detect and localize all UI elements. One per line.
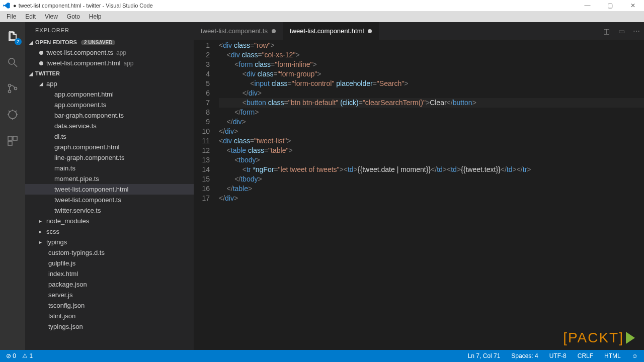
file-item[interactable]: main.ts: [25, 163, 194, 173]
file-item[interactable]: data.service.ts: [25, 121, 194, 131]
chevron-down-icon: ◢: [39, 81, 44, 86]
vscode-icon: [3, 2, 11, 10]
file-path: app: [116, 49, 126, 56]
project-label: TWITTER: [35, 70, 60, 76]
editor-area: tweet-list.component.tstweet-list.compon…: [194, 22, 644, 350]
modified-dot-icon: [272, 29, 276, 33]
file-item[interactable]: bar-graph.component.ts: [25, 110, 194, 121]
statusbar: ⊘ 0 ⚠ 1 Ln 7, Col 71 Spaces: 4 UTF-8 CRL…: [0, 350, 644, 362]
unsaved-badge: 2 UNSAVED: [81, 40, 116, 45]
open-editor-item[interactable]: tweet-list.component.tsapp: [25, 47, 194, 58]
main-area: 2 EXPLORER ◢ OPEN EDITORS 2 UNSAVED twee…: [0, 22, 644, 350]
code-editor[interactable]: 1234567891011121314151617 <div class="ro…: [194, 40, 644, 350]
packt-watermark: [PACKT]: [563, 330, 635, 346]
tab-tweet-list.component.ts[interactable]: tweet-list.component.ts: [194, 22, 283, 40]
file-item[interactable]: tweet-list.component.html: [25, 184, 194, 195]
menu-goto[interactable]: Goto: [62, 13, 85, 20]
folder-typings[interactable]: ▸typings: [25, 237, 194, 247]
file-label: tweet-list.component.ts: [46, 49, 113, 56]
svg-point-0: [9, 58, 15, 64]
file-item[interactable]: gulpfile.js: [25, 258, 194, 268]
chevron-down-icon: ◢: [29, 40, 33, 45]
chevron-right-icon: ▸: [39, 239, 44, 245]
menu-file[interactable]: File: [2, 13, 21, 20]
menubar: FileEditViewGotoHelp: [0, 11, 644, 22]
minimize-button[interactable]: —: [576, 2, 599, 9]
status-encoding[interactable]: UTF-8: [547, 352, 569, 359]
file-item[interactable]: moment.pipe.ts: [25, 173, 194, 184]
chevron-right-icon: ▸: [39, 229, 44, 234]
menu-edit[interactable]: Edit: [21, 13, 40, 20]
file-path: app: [123, 60, 133, 67]
tab-label: tweet-list.component.ts: [201, 27, 268, 35]
file-item[interactable]: server.js: [25, 290, 194, 300]
status-errors[interactable]: ⊘ 0: [4, 352, 18, 359]
git-icon[interactable]: [5, 80, 21, 97]
status-ln-col[interactable]: Ln 7, Col 71: [466, 352, 503, 359]
file-item[interactable]: index.html: [25, 268, 194, 279]
status-feedback-icon[interactable]: ☺: [630, 352, 640, 359]
modified-dot-icon: [368, 29, 372, 33]
modified-dot-icon: [39, 61, 43, 65]
file-item[interactable]: di.ts: [25, 131, 194, 142]
open-editors-label: OPEN EDITORS: [35, 39, 77, 45]
svg-rect-6: [13, 136, 17, 140]
play-icon: [626, 332, 635, 344]
code-content[interactable]: <div class="row"> <div class="col-xs-12"…: [219, 41, 644, 350]
file-item[interactable]: app.component.html: [25, 89, 194, 100]
menu-view[interactable]: View: [40, 13, 62, 20]
status-warnings[interactable]: ⚠ 1: [20, 352, 35, 359]
svg-rect-5: [8, 136, 12, 140]
svg-rect-7: [8, 141, 12, 145]
tab-tweet-list.component.html[interactable]: tweet-list.component.html: [283, 22, 379, 40]
debug-icon[interactable]: [5, 107, 21, 123]
editor-tabs: tweet-list.component.tstweet-list.compon…: [194, 22, 644, 40]
project-header[interactable]: ◢ TWITTER: [25, 68, 194, 78]
file-item[interactable]: tweet-list.component.ts: [25, 195, 194, 205]
file-item[interactable]: line-graph.component.ts: [25, 152, 194, 163]
svg-point-1: [9, 84, 11, 87]
file-label: tweet-list.component.html: [46, 59, 120, 67]
file-item[interactable]: tslint.json: [25, 311, 194, 321]
modified-dot-icon: [39, 51, 43, 55]
folder-scss[interactable]: ▸scss: [25, 226, 194, 237]
window-controls: — ▢ ✕: [576, 2, 644, 9]
open-editors-header[interactable]: ◢ OPEN EDITORS 2 UNSAVED: [25, 37, 194, 47]
more-icon[interactable]: ⋯: [629, 27, 644, 35]
layout-icon[interactable]: ▭: [614, 27, 629, 35]
open-editor-item[interactable]: tweet-list.component.htmlapp: [25, 58, 194, 68]
window-title: tweet-list.component.html - twitter - Vi…: [19, 3, 576, 9]
menu-help[interactable]: Help: [85, 13, 106, 20]
file-item[interactable]: custom-typings.d.ts: [25, 247, 194, 258]
status-spaces[interactable]: Spaces: 4: [509, 352, 540, 359]
activitybar: 2: [0, 22, 25, 350]
file-item[interactable]: tsconfig.json: [25, 300, 194, 311]
maximize-button[interactable]: ▢: [599, 2, 621, 9]
split-editor-icon[interactable]: ◫: [599, 27, 614, 35]
explorer-badge: 2: [15, 38, 22, 45]
extensions-icon[interactable]: [5, 133, 21, 149]
titlebar: ● tweet-list.component.html - twitter - …: [0, 0, 644, 11]
svg-point-4: [9, 111, 17, 119]
search-icon[interactable]: [5, 54, 21, 70]
file-item[interactable]: twitter.service.ts: [25, 205, 194, 216]
file-item[interactable]: package.json: [25, 279, 194, 290]
status-eol[interactable]: CRLF: [576, 352, 595, 359]
folder-node_modules[interactable]: ▸node_modules: [25, 216, 194, 226]
title-modified-dot: ●: [13, 3, 17, 9]
close-button[interactable]: ✕: [621, 2, 644, 9]
file-item[interactable]: graph.component.html: [25, 142, 194, 152]
explorer-icon[interactable]: 2: [5, 28, 21, 44]
folder-app[interactable]: ◢app: [25, 78, 194, 89]
status-lang[interactable]: HTML: [602, 352, 623, 359]
sidebar-header: EXPLORER: [25, 22, 194, 37]
line-gutter: 1234567891011121314151617: [194, 41, 219, 350]
chevron-right-icon: ▸: [39, 218, 44, 224]
tab-label: tweet-list.component.html: [290, 27, 364, 35]
chevron-down-icon: ◢: [29, 71, 33, 76]
svg-point-2: [9, 90, 11, 93]
file-item[interactable]: typings.json: [25, 321, 194, 332]
file-item[interactable]: app.component.ts: [25, 100, 194, 110]
sidebar: EXPLORER ◢ OPEN EDITORS 2 UNSAVED tweet-…: [25, 22, 194, 350]
